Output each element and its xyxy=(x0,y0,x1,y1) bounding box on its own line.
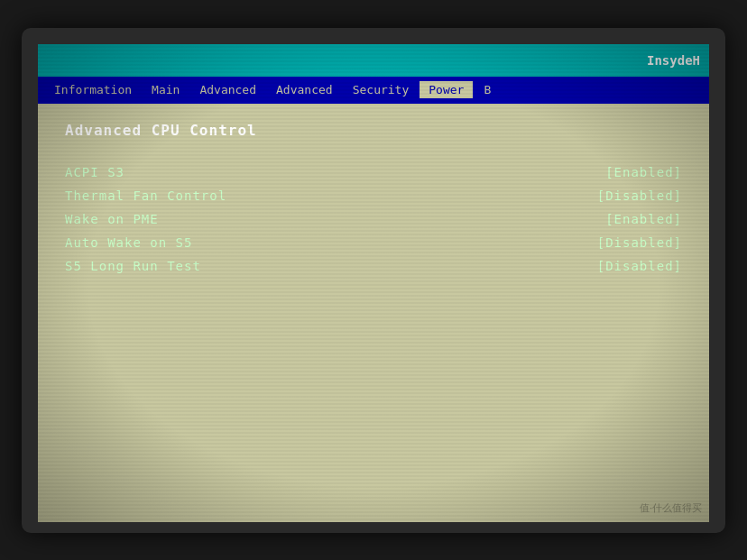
setting-value-auto-wake: [Disabled] xyxy=(435,231,682,254)
nav-item-security[interactable]: Security xyxy=(344,81,419,98)
nav-item-main[interactable]: Main xyxy=(143,81,189,98)
setting-value-s5-long: [Disabled] xyxy=(435,254,682,278)
setting-name-s5-long: S5 Long Run Test xyxy=(65,254,435,278)
setting-name-auto-wake: Auto Wake on S5 xyxy=(65,231,435,254)
bios-screen: InsydeH Information Main Advanced Advanc… xyxy=(38,44,709,522)
monitor: InsydeH Information Main Advanced Advanc… xyxy=(22,28,725,533)
brand-text: InsydeH xyxy=(647,53,700,68)
nav-bar: Information Main Advanced Advanced Secur… xyxy=(38,77,709,104)
bios-container: InsydeH Information Main Advanced Advanc… xyxy=(38,44,709,522)
nav-item-advanced-1[interactable]: Advanced xyxy=(190,81,265,98)
setting-value-thermal: [Disabled] xyxy=(435,184,682,207)
nav-item-information[interactable]: Information xyxy=(45,81,141,98)
setting-row-wake-pme[interactable]: Wake on PME [Enabled] xyxy=(65,207,682,231)
setting-name-acpi: ACPI S3 xyxy=(65,161,435,184)
nav-item-power[interactable]: Power xyxy=(420,81,473,98)
nav-item-b[interactable]: B xyxy=(475,81,500,98)
nav-item-advanced-2[interactable]: Advanced xyxy=(267,81,342,98)
setting-value-wake-pme: [Enabled] xyxy=(435,207,682,231)
setting-row-s5-long[interactable]: S5 Long Run Test [Disabled] xyxy=(65,254,682,278)
page-title: Advanced CPU Control xyxy=(65,122,682,139)
setting-name-thermal: Thermal Fan Control xyxy=(65,184,435,207)
setting-row-thermal[interactable]: Thermal Fan Control [Disabled] xyxy=(65,184,682,207)
setting-row-auto-wake[interactable]: Auto Wake on S5 [Disabled] xyxy=(65,231,682,254)
content-area: Advanced CPU Control ACPI S3 [Enabled] T… xyxy=(38,104,709,522)
setting-row-acpi[interactable]: ACPI S3 [Enabled] xyxy=(65,161,682,184)
settings-table: ACPI S3 [Enabled] Thermal Fan Control [D… xyxy=(65,161,682,278)
setting-value-acpi: [Enabled] xyxy=(435,161,682,184)
watermark: 值·什么值得买 xyxy=(640,501,702,515)
setting-name-wake-pme: Wake on PME xyxy=(65,207,435,231)
brand-bar: InsydeH xyxy=(38,44,709,77)
